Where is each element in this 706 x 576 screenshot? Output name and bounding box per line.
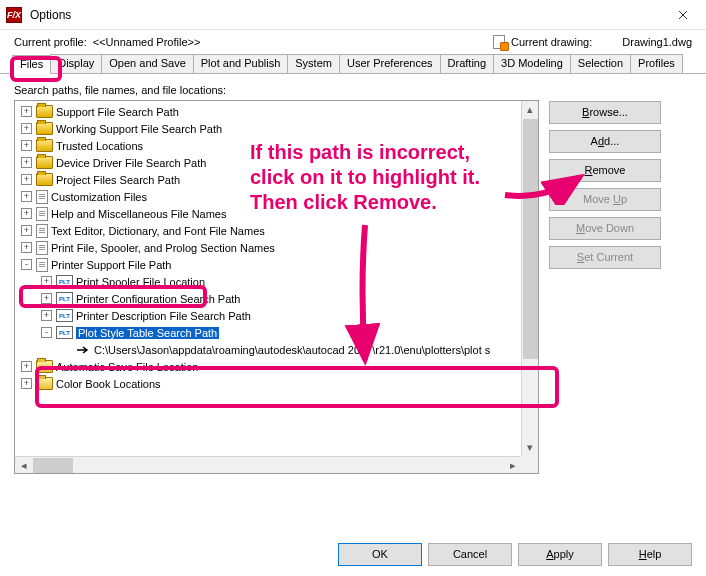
tree-node-label: Text Editor, Dictionary, and Font File N… xyxy=(51,225,265,237)
expander-icon[interactable]: + xyxy=(21,208,32,219)
move-up-button: Move Up xyxy=(549,188,661,211)
window-title: Options xyxy=(30,8,71,22)
cancel-button[interactable]: Cancel xyxy=(428,543,512,566)
tabs: FilesDisplayOpen and SavePlot and Publis… xyxy=(0,54,706,74)
tree-node[interactable]: +Color Book Locations xyxy=(15,375,538,392)
folder-closed-icon xyxy=(36,105,53,118)
expander-icon[interactable]: + xyxy=(21,157,32,168)
tree-node[interactable]: +Working Support File Search Path xyxy=(15,120,538,137)
tree-node[interactable]: +PLTPrinter Description File Search Path xyxy=(15,307,538,324)
tree-node[interactable]: +PLTPrint Spooler File Location xyxy=(15,273,538,290)
tab-display[interactable]: Display xyxy=(50,54,102,73)
tab-plot-and-publish[interactable]: Plot and Publish xyxy=(193,54,289,73)
tree-node-label: Plot Style Table Search Path xyxy=(76,327,219,339)
tree-node[interactable]: -PLTPlot Style Table Search Path xyxy=(15,324,538,341)
close-icon xyxy=(678,10,688,20)
tree-node[interactable]: +Print File, Spooler, and Prolog Section… xyxy=(15,239,538,256)
app-icon: F/X xyxy=(6,7,22,23)
tree-node[interactable]: -Printer Support File Path xyxy=(15,256,538,273)
expander-icon xyxy=(61,344,72,355)
bottom-bar: OKCancelApplyHelp xyxy=(0,532,706,576)
tree-node-label: Print File, Spooler, and Prolog Section … xyxy=(51,242,275,254)
tree-node[interactable]: +PLTPrinter Configuration Search Path xyxy=(15,290,538,307)
tree-node[interactable]: C:\Users\Jason\appdata\roaming\autodesk\… xyxy=(15,341,538,358)
tree-node-label: Device Driver File Search Path xyxy=(56,157,206,169)
expander-icon[interactable]: + xyxy=(41,310,52,321)
tab-profiles[interactable]: Profiles xyxy=(630,54,683,73)
horizontal-scrollbar[interactable]: ◂ ▸ xyxy=(15,456,521,473)
tree-node-label: Printer Configuration Search Path xyxy=(76,293,240,305)
tree[interactable]: +Support File Search Path+Working Suppor… xyxy=(15,101,538,394)
current-drawing-label: Current drawing: xyxy=(511,36,592,48)
expander-icon[interactable]: + xyxy=(21,225,32,236)
tab-drafting[interactable]: Drafting xyxy=(440,54,495,73)
plt-icon: PLT xyxy=(56,275,73,288)
tree-node[interactable]: +Project Files Search Path xyxy=(15,171,538,188)
current-drawing: Current drawing: xyxy=(493,35,592,49)
move-down-button: Move Down xyxy=(549,217,661,240)
titlebar: F/X Options xyxy=(0,0,706,30)
tree-node[interactable]: +Device Driver File Search Path xyxy=(15,154,538,171)
tree-node-label: Working Support File Search Path xyxy=(56,123,222,135)
remove-button[interactable]: Remove xyxy=(549,159,661,182)
expander-icon[interactable]: + xyxy=(21,378,32,389)
scroll-thumb[interactable] xyxy=(33,458,73,473)
expander-icon[interactable]: + xyxy=(21,242,32,253)
expander-icon[interactable]: + xyxy=(21,361,32,372)
tree-node[interactable]: +Help and Miscellaneous File Names xyxy=(15,205,538,222)
side-buttons: Browse...Add...RemoveMove UpMove DownSet… xyxy=(549,100,661,474)
folder-closed-icon xyxy=(36,139,53,152)
tab-selection[interactable]: Selection xyxy=(570,54,631,73)
file-icon xyxy=(36,258,48,272)
tree-node[interactable]: +Customization Files xyxy=(15,188,538,205)
tab-system[interactable]: System xyxy=(287,54,340,73)
scroll-thumb[interactable] xyxy=(523,119,538,359)
expander-icon[interactable]: + xyxy=(21,174,32,185)
tab-user-preferences[interactable]: User Preferences xyxy=(339,54,441,73)
current-profile-value: <<Unnamed Profile>> xyxy=(93,36,201,48)
expander-icon[interactable]: + xyxy=(21,140,32,151)
tree-node-label: Customization Files xyxy=(51,191,147,203)
file-icon xyxy=(36,190,48,204)
scroll-down-icon[interactable]: ▾ xyxy=(522,439,539,456)
expander-icon[interactable]: + xyxy=(41,293,52,304)
expander-icon[interactable]: + xyxy=(21,106,32,117)
tree-caption: Search paths, file names, and file locat… xyxy=(14,84,692,96)
close-button[interactable] xyxy=(660,0,706,30)
tree-node[interactable]: +Trusted Locations xyxy=(15,137,538,154)
tree-node-label: Trusted Locations xyxy=(56,140,143,152)
tree-node-label: Printer Support File Path xyxy=(51,259,171,271)
tree-node[interactable]: +Support File Search Path xyxy=(15,103,538,120)
expander-icon[interactable]: + xyxy=(21,191,32,202)
tab-3d-modeling[interactable]: 3D Modeling xyxy=(493,54,571,73)
plt-icon: PLT xyxy=(56,292,73,305)
tab-open-and-save[interactable]: Open and Save xyxy=(101,54,193,73)
drawing-icon xyxy=(493,35,507,49)
scroll-corner xyxy=(521,456,538,473)
tree-node-label: Printer Description File Search Path xyxy=(76,310,251,322)
current-profile-label: Current profile: xyxy=(14,36,87,48)
expander-icon[interactable]: - xyxy=(21,259,32,270)
apply-button[interactable]: Apply xyxy=(518,543,602,566)
tree-node[interactable]: +Automatic Save File Location xyxy=(15,358,538,375)
vertical-scrollbar[interactable]: ▴ ▾ xyxy=(521,101,538,456)
tab-files[interactable]: Files xyxy=(12,55,51,74)
tree-node[interactable]: +Text Editor, Dictionary, and Font File … xyxy=(15,222,538,239)
ok-button[interactable]: OK xyxy=(338,543,422,566)
scroll-up-icon[interactable]: ▴ xyxy=(522,101,539,118)
tree-node-label: Automatic Save File Location xyxy=(56,361,198,373)
tree-node-label: Color Book Locations xyxy=(56,378,161,390)
scroll-right-icon[interactable]: ▸ xyxy=(504,457,521,474)
expander-icon[interactable]: + xyxy=(21,123,32,134)
expander-icon[interactable]: - xyxy=(41,327,52,338)
file-icon xyxy=(36,224,48,238)
tree-node-label: Help and Miscellaneous File Names xyxy=(51,208,226,220)
add-button[interactable]: Add... xyxy=(549,130,661,153)
scroll-left-icon[interactable]: ◂ xyxy=(15,457,32,474)
expander-icon[interactable]: + xyxy=(41,276,52,287)
tree-node-label: Support File Search Path xyxy=(56,106,179,118)
file-icon xyxy=(36,207,48,221)
browse-button[interactable]: Browse... xyxy=(549,101,661,124)
help-button[interactable]: Help xyxy=(608,543,692,566)
tree-node-label: Project Files Search Path xyxy=(56,174,180,186)
